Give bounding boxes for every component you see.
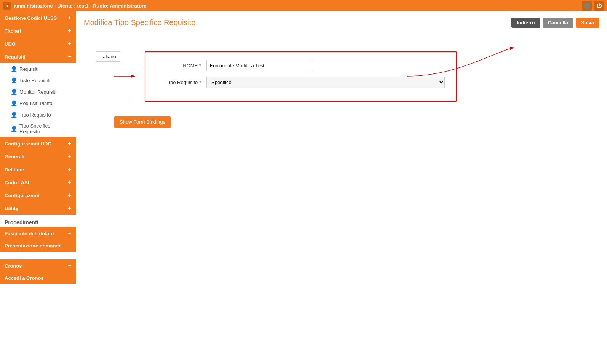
header-buttons: Indietro Cancella Salva (511, 18, 599, 28)
sidebar-section-label: Gestione Codici ULSS (5, 15, 57, 21)
sidebar-section-label: Configurazioni (5, 193, 39, 198)
sidebar-item-tipo-specifico-requisito[interactable]: 👤 Tipo Specifico Requisito (0, 120, 76, 137)
procedimenti-label: Procedimenti (0, 215, 76, 227)
expand-icon: + (68, 140, 71, 147)
sidebar-section-label: Cronos (5, 263, 22, 269)
indietro-button[interactable]: Indietro (511, 18, 540, 28)
form-area: Italiano NOME * Tipo Requisito * Specifi… (76, 32, 607, 139)
power-icon-btn[interactable]: ⏻ (594, 1, 604, 11)
form-card: NOME * Tipo Requisito * Specifico Genera… (145, 51, 457, 102)
sidebar-item-generali[interactable]: Generali + (0, 150, 76, 163)
sidebar-item-cronos[interactable]: Cronos − (0, 259, 76, 272)
person-icon: 👤 (11, 77, 17, 83)
sidebar-section-label: Codici ASL (5, 180, 31, 185)
topbar-title: amministrazione - Utente : test1 - Ruolo… (14, 3, 146, 9)
main-content: Modifica Tipo Specifico Requisito Indiet… (76, 11, 607, 364)
sidebar-section-label: Generali (5, 154, 24, 160)
globe-icon-btn[interactable]: 🌐 (582, 1, 592, 11)
expand-icon: + (68, 179, 71, 186)
sidebar-item-presentazione-domande[interactable]: Presentazione domande (0, 240, 76, 252)
person-icon: 👤 (11, 126, 17, 132)
collapse-icon: − (68, 53, 71, 60)
sidebar-section-label: Delibere (5, 167, 24, 172)
expand-icon: + (68, 27, 71, 34)
sidebar-section-label: Requisiti (5, 54, 26, 60)
nome-input[interactable] (206, 60, 313, 71)
sidebar-section-label: Titolari (5, 28, 21, 34)
expand-icon: + (68, 153, 71, 160)
sidebar-item-accedi-cronos[interactable]: Accedi a Cronos (0, 272, 76, 284)
salva-button[interactable]: Salva (576, 18, 599, 28)
person-icon: 👤 (11, 66, 17, 72)
sidebar-item-requisiti-piatta[interactable]: 👤 Requisiti Piatta (0, 97, 76, 109)
sidebar-item-tipo-requisito[interactable]: 👤 Tipo Requisito (0, 109, 76, 120)
expand-icon: + (68, 205, 71, 212)
sidebar-item-utility[interactable]: Utility + (0, 202, 76, 215)
language-tab[interactable]: Italiano (96, 51, 120, 62)
sidebar-section-label: Configurazioni UDO (5, 141, 52, 147)
sidebar-item-requisiti-link[interactable]: 👤 Requisiti (0, 63, 76, 75)
sidebar-item-requisiti[interactable]: Requisiti − (0, 50, 76, 63)
back-arrow-btn[interactable]: « (3, 2, 11, 10)
topbar: « amministrazione - Utente : test1 - Ruo… (0, 0, 607, 11)
sidebar-item-titolari[interactable]: Titolari + (0, 24, 76, 37)
sidebar-item-udo[interactable]: UDO + (0, 37, 76, 50)
sidebar-item-configurazioni[interactable]: Configurazioni + (0, 189, 76, 202)
sidebar-item-fascicolo[interactable]: Fascicolo del titolare − (0, 227, 76, 240)
sidebar-item-codici-asl[interactable]: Codici ASL + (0, 176, 76, 189)
collapse-icon: − (68, 230, 71, 237)
expand-icon: + (68, 40, 71, 47)
show-form-bindings-button[interactable]: Show Form Bindings (114, 116, 171, 128)
sidebar-item-monitor-requisiti[interactable]: 👤 Monitor Requisiti (0, 86, 76, 97)
person-icon: 👤 (11, 89, 17, 95)
sidebar-item-delibere[interactable]: Delibere + (0, 163, 76, 176)
collapse-icon: − (68, 262, 71, 269)
page-title: Modifica Tipo Specifico Requisito (84, 18, 195, 27)
expand-icon: + (68, 192, 71, 199)
expand-icon: + (68, 166, 71, 173)
nome-label: NOME * (157, 63, 206, 69)
person-icon: 👤 (11, 112, 17, 118)
sidebar-item-gestione-codici[interactable]: Gestione Codici ULSS + (0, 11, 76, 24)
sidebar-section-label: Utility (5, 206, 18, 211)
expand-icon: + (68, 14, 71, 21)
sidebar-item-liste-requisiti[interactable]: 👤 Liste Requisiti (0, 75, 76, 86)
sidebar: Gestione Codici ULSS + Titolari + UDO + … (0, 11, 76, 364)
cancella-button[interactable]: Cancella (543, 18, 573, 28)
sidebar-item-configurazioni-udo[interactable]: Configurazioni UDO + (0, 137, 76, 150)
tipo-requisito-row: Tipo Requisito * Specifico Generale Stru… (157, 77, 445, 88)
tipo-requisito-select[interactable]: Specifico Generale Strutturale (206, 77, 445, 88)
sidebar-section-label: UDO (5, 41, 16, 47)
person-icon: 👤 (11, 100, 17, 106)
main-header: Modifica Tipo Specifico Requisito Indiet… (76, 11, 607, 32)
sidebar-section-label: Fascicolo del titolare (5, 231, 54, 236)
tipo-requisito-label: Tipo Requisito * (157, 80, 206, 85)
nome-row: NOME * (157, 60, 445, 71)
